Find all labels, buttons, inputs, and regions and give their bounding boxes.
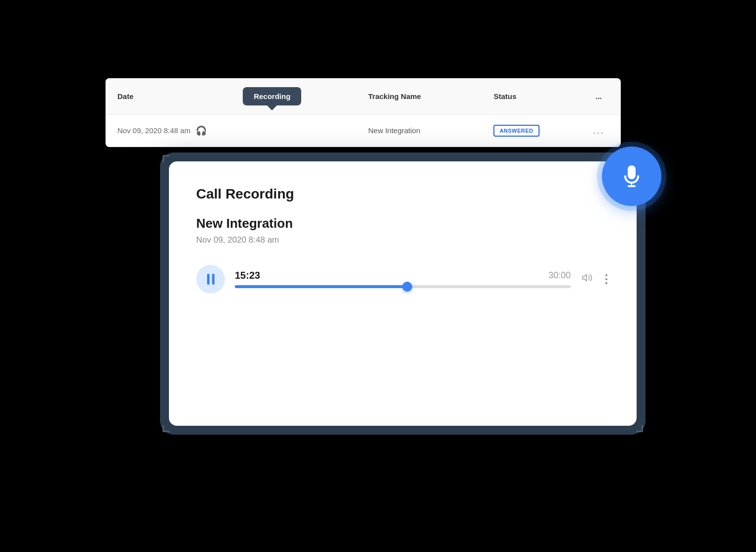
more-column-header: ...: [577, 83, 621, 109]
status-cell: ANSWERED: [482, 125, 577, 137]
call-date: Nov 09, 2020 8:48 am: [196, 235, 609, 245]
time-current: 15:23: [235, 270, 260, 281]
corner-notch-tl: [162, 155, 169, 162]
status-column-header: Status: [482, 83, 577, 109]
player-controls: 15:23 30:00: [235, 270, 571, 288]
call-name: New Integration: [196, 216, 609, 231]
time-labels: 15:23 30:00: [235, 270, 571, 281]
status-badge: ANSWERED: [493, 125, 539, 137]
corner-notch-br: [636, 425, 643, 432]
pause-button[interactable]: [196, 265, 225, 294]
table-row[interactable]: Nov 09, 2020 8:48 am 🎧 New Integration A…: [106, 115, 621, 147]
progress-bar[interactable]: [235, 285, 571, 288]
calls-table: Date Recording Tracking Name Status ... …: [106, 78, 621, 147]
date-cell: Nov 09, 2020 8:48 am 🎧: [106, 125, 231, 136]
microphone-button[interactable]: [602, 147, 661, 206]
recording-tooltip: Recording: [243, 87, 301, 105]
tracking-name-cell: New Integration: [356, 126, 482, 135]
svg-marker-0: [583, 274, 587, 281]
headphones-icon[interactable]: 🎧: [196, 125, 207, 136]
table-header: Date Recording Tracking Name Status ...: [106, 78, 621, 115]
date-column-header: Date: [106, 83, 231, 109]
progress-thumb[interactable]: [402, 282, 412, 292]
time-total: 30:00: [548, 270, 571, 281]
pause-icon: [207, 274, 215, 285]
audio-player: 15:23 30:00: [196, 265, 609, 294]
card-title: Call Recording: [196, 186, 609, 202]
microphone-icon: [620, 164, 644, 188]
progress-fill: [235, 285, 407, 288]
tracking-name-column-header: Tracking Name: [356, 83, 482, 109]
corner-notch-bl: [162, 425, 169, 432]
row-more-button[interactable]: ...: [577, 125, 621, 136]
device-screen: Call Recording New Integration Nov 09, 2…: [169, 161, 637, 426]
device-frame: Call Recording New Integration Nov 09, 2…: [160, 152, 646, 435]
more-options-button[interactable]: [603, 272, 609, 286]
recording-column-header: Recording: [231, 78, 356, 114]
volume-icon[interactable]: [581, 272, 594, 286]
